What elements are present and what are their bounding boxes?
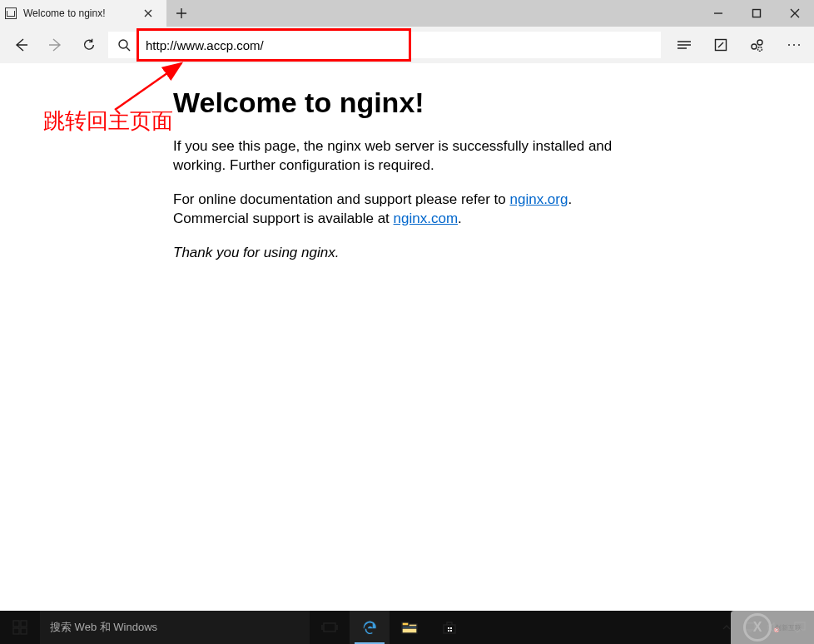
taskbar-app-store[interactable]	[429, 611, 469, 644]
windows-taskbar: 搜索 Web 和 Windows	[0, 611, 814, 644]
text-fragment: Commercial support is available at	[173, 211, 394, 226]
taskbar-search[interactable]: 搜索 Web 和 Windows	[40, 611, 310, 644]
taskbar-search-placeholder: 搜索 Web 和 Windows	[50, 620, 157, 635]
svg-point-4	[757, 40, 762, 45]
svg-rect-13	[21, 628, 27, 634]
svg-rect-14	[324, 623, 335, 632]
svg-rect-12	[13, 628, 19, 634]
tab-title: Welcome to nginx!	[23, 7, 136, 19]
text-fragment: .	[458, 211, 462, 226]
taskbar-app-edge[interactable]	[350, 611, 390, 644]
web-note-button[interactable]	[702, 27, 739, 63]
volume-icon[interactable]	[764, 611, 782, 644]
svg-rect-21	[448, 630, 449, 632]
nginx-org-link[interactable]: nginx.org	[509, 191, 568, 207]
page-content: Welcome to nginx! If you see this page, …	[0, 63, 633, 263]
tray-overflow-icon[interactable]	[717, 611, 736, 644]
svg-rect-23	[745, 623, 755, 630]
tab-strip: Welcome to nginx!	[0, 0, 814, 27]
tab-close-button[interactable]	[136, 9, 160, 17]
page-paragraph-1: If you see this page, the nginx web serv…	[173, 137, 633, 176]
svg-rect-16	[402, 622, 409, 626]
svg-point-6	[788, 44, 790, 46]
page-heading: Welcome to nginx!	[173, 87, 633, 119]
back-button[interactable]	[3, 27, 38, 63]
svg-point-1	[119, 40, 127, 48]
window-close-button[interactable]	[776, 0, 814, 27]
more-button[interactable]	[776, 27, 812, 63]
svg-rect-22	[450, 630, 452, 632]
svg-point-5	[758, 47, 762, 52]
taskbar-app-explorer[interactable]	[390, 611, 429, 644]
reading-view-button[interactable]	[666, 27, 702, 63]
address-bar[interactable]	[108, 32, 661, 58]
action-center-button[interactable]	[786, 611, 814, 644]
share-button[interactable]	[739, 27, 776, 63]
task-view-button[interactable]	[310, 611, 350, 644]
search-icon	[108, 38, 140, 52]
svg-point-3	[752, 44, 757, 49]
svg-rect-17	[402, 627, 417, 628]
svg-point-8	[798, 44, 800, 46]
annotation-text: 跳转回主页面	[43, 107, 173, 136]
refresh-button[interactable]	[73, 27, 105, 63]
page-thanks: Thank you for using nginx.	[173, 244, 633, 263]
browser-tab[interactable]: Welcome to nginx!	[0, 0, 166, 27]
new-tab-button[interactable]	[166, 0, 196, 27]
svg-rect-19	[448, 627, 449, 629]
window-maximize-button[interactable]	[737, 0, 776, 27]
browser-toolbar	[0, 27, 814, 63]
text-fragment: .	[568, 191, 572, 207]
svg-rect-0	[753, 10, 761, 17]
svg-rect-20	[450, 627, 452, 629]
svg-rect-11	[21, 621, 27, 627]
text-fragment: For online documentation and support ple…	[173, 191, 509, 207]
page-viewport: 跳转回主页面 Welcome to nginx! If you see this…	[0, 63, 814, 611]
system-tray[interactable]	[714, 611, 786, 644]
forward-button[interactable]	[38, 27, 73, 63]
nginx-com-link[interactable]: nginx.com	[394, 211, 458, 226]
window-minimize-button[interactable]	[699, 0, 737, 27]
svg-point-7	[793, 44, 795, 46]
page-paragraph-2: For online documentation and support ple…	[173, 191, 633, 229]
svg-rect-10	[13, 621, 19, 627]
page-favicon-icon	[5, 7, 17, 19]
start-button[interactable]	[0, 611, 40, 644]
network-icon[interactable]	[741, 611, 759, 644]
address-input[interactable]	[146, 38, 402, 52]
svg-rect-25	[795, 622, 805, 630]
address-highlight-box	[136, 28, 411, 62]
